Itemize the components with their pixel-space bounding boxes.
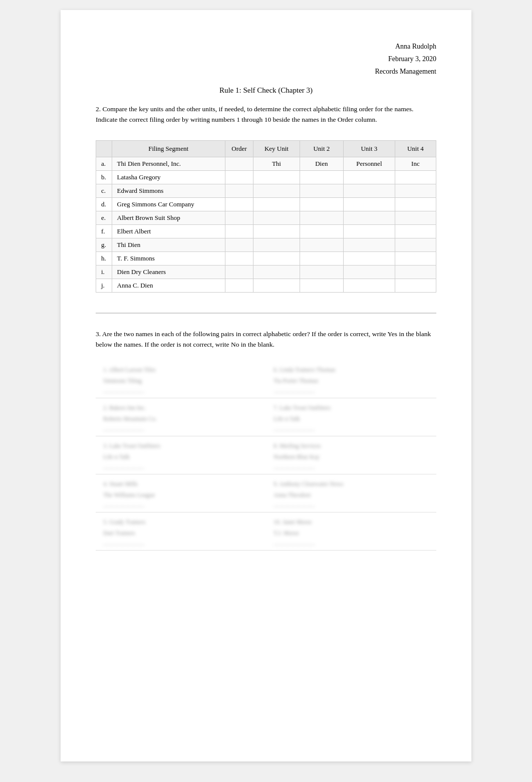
pairs-grid: 1. Albert Larson Tiles Simmons Tiling __… — [96, 360, 436, 551]
pair-5: 5. Grady Trainers Dart Trainers ________… — [96, 512, 266, 551]
pair-3: 3. Lake Trout Outfitters Life n Talk ___… — [96, 436, 266, 474]
col-header-filing-segment: Filing Segment — [112, 140, 225, 157]
table-row: g.Thi Dien — [96, 238, 436, 251]
col-header-unit3: Unit 3 — [344, 140, 395, 157]
table-row: i.Dien Dry Cleaners — [96, 265, 436, 279]
pair-4: 4. Stuart Mills The Williams League ____… — [96, 474, 266, 512]
col-header-unit4: Unit 4 — [395, 140, 436, 157]
col-header-order: Order — [225, 140, 253, 157]
table-row: e.Albert Brown Suit Shop — [96, 211, 436, 224]
header-block: Anna Rudolph February 3, 2020 Records Ma… — [96, 40, 436, 78]
document-date: February 3, 2020 — [96, 53, 436, 65]
table-row: b.Latasha Gregory — [96, 170, 436, 184]
section2-instructions: 2. Compare the key units and the other u… — [96, 104, 436, 125]
pair-10: 10. Janet Morse T.J. Morse _____________… — [266, 512, 436, 551]
table-row: f.Elbert Albert — [96, 224, 436, 238]
pair-2: 2. Bakers Inn Inc. Roberts Mountain Co. … — [96, 398, 266, 436]
col-header-empty — [96, 140, 112, 157]
col-header-unit2: Unit 2 — [300, 140, 343, 157]
table-row: c.Edward Simmons — [96, 184, 436, 197]
section3-instructions: 3. Are the two names in each of the foll… — [96, 329, 436, 350]
table-row: d.Greg Simmons Car Company — [96, 197, 436, 211]
pair-1: 1. Albert Larson Tiles Simmons Tiling __… — [96, 360, 266, 398]
section-divider — [96, 313, 436, 314]
course-name: Records Management — [96, 65, 436, 78]
table-row: j.Anna C. Dien — [96, 279, 436, 292]
col-header-key-unit: Key Unit — [253, 140, 300, 157]
table-row: h.T. F. Simmons — [96, 251, 436, 265]
pair-6: 6. Linda Trainers Thomas Tia Porter Thom… — [266, 360, 436, 398]
filing-table: Filing Segment Order Key Unit Unit 2 Uni… — [96, 140, 436, 293]
author-name: Anna Rudolph — [96, 40, 436, 53]
page-title: Rule 1: Self Check (Chapter 3) — [96, 86, 436, 95]
filing-table-container: Filing Segment Order Key Unit Unit 2 Uni… — [96, 140, 436, 293]
page: Anna Rudolph February 3, 2020 Records Ma… — [61, 10, 471, 761]
table-row: a.Thi Dien Personnel, Inc.ThiDienPersonn… — [96, 157, 436, 170]
pair-8: 8. Merling Services Northern Blue Kay __… — [266, 436, 436, 474]
pair-9: 9. Anthony Clearwater News Anna Theodore… — [266, 474, 436, 512]
pair-7: 7. Lake Trout Outfitters Life n Talk ___… — [266, 398, 436, 436]
